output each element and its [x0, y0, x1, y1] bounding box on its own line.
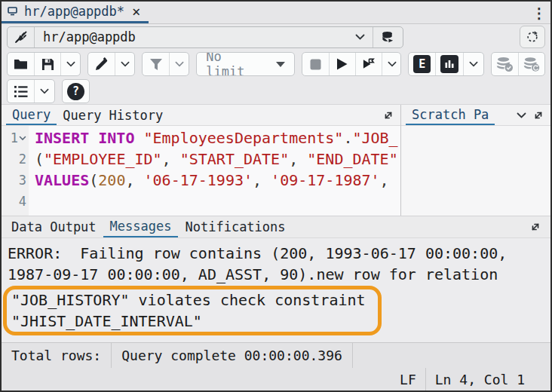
open-file-button[interactable] — [8, 53, 34, 75]
tab-query[interactable]: Query — [6, 105, 57, 125]
rollback-button[interactable] — [518, 53, 544, 75]
fold-chevron-icon[interactable] — [19, 136, 26, 141]
filter-button-group — [142, 52, 189, 76]
editor-gutter: 1234 — [2, 126, 29, 216]
message-line: ERROR: new row for relation "JOB_HISTORY… — [8, 338, 550, 342]
status-bar-bottom: LF Ln 4, Col 1 — [2, 368, 550, 390]
help-icon: ? — [67, 83, 84, 100]
reset-query-button[interactable] — [520, 26, 545, 48]
error-highlight-annotation: "JOB_HISTORY" violates check constraint"… — [3, 286, 382, 335]
explain-chevron[interactable] — [463, 53, 483, 75]
rollback-icon — [523, 57, 540, 72]
expand-icon[interactable] — [532, 109, 544, 121]
line-number[interactable]: 1 — [2, 127, 29, 149]
message-line: "JOB_HISTORY" violates check constraint — [11, 289, 366, 311]
filter-button[interactable] — [143, 53, 169, 75]
chevron-down-icon[interactable] — [347, 27, 373, 47]
chevron-down-icon — [66, 61, 75, 67]
explain-button-group: E — [408, 52, 484, 76]
help-button[interactable]: ? — [63, 80, 89, 103]
status-bar-top: Total rows: Query complete 00:00:00.396 — [2, 342, 550, 368]
output-tab-bar: Data Output Messages Notifications — [2, 216, 550, 238]
message-line: "JHIST_DATE_INTERVAL" — [11, 311, 366, 332]
line-number[interactable]: 4 — [2, 191, 29, 212]
line-number[interactable]: 2 — [2, 149, 29, 170]
tab-query-history[interactable]: Query History — [57, 105, 169, 125]
row-limit-dropdown[interactable]: No limit — [197, 53, 293, 75]
editor-code[interactable]: INSERT INTO "EmployeesDepartments"."JOB_… — [29, 126, 400, 216]
connection-plug-icon — [8, 27, 35, 47]
refresh-icon — [526, 30, 539, 44]
play-icon — [336, 57, 348, 71]
execute-chevron[interactable] — [382, 53, 401, 75]
line-number[interactable]: 3 — [2, 170, 29, 191]
macro-button[interactable] — [8, 80, 34, 103]
message-line: ERROR: Failing row contains (200, 1993-0… — [8, 243, 550, 264]
code-line[interactable]: ("EMPLOYEE_ID", "START_DATE", "END_DATE" — [35, 149, 400, 170]
save-options-chevron[interactable] — [60, 53, 81, 75]
tab-messages[interactable]: Messages — [103, 216, 179, 237]
chevron-down-icon[interactable] — [517, 112, 526, 118]
message-line: 1987-09-17 00:00:00, AD_ASST, 90).new ro… — [8, 264, 550, 285]
main-toolbar: No limit E — [2, 50, 550, 78]
eol-indicator[interactable]: LF — [391, 368, 426, 390]
save-file-button[interactable] — [34, 53, 60, 75]
save-icon — [41, 58, 54, 71]
tab-query-editor[interactable]: hr/app@appdb* × — [2, 2, 149, 23]
filter-options-chevron[interactable] — [169, 53, 189, 75]
query-tab-bar: Query Query History — [2, 105, 400, 126]
chevron-down-icon — [469, 61, 478, 67]
analyze-chart-icon — [440, 55, 458, 73]
expand-icon[interactable] — [382, 109, 394, 121]
limit-group: No limit — [196, 52, 294, 76]
total-rows-label: Total rows: — [2, 343, 112, 368]
new-connection-database-icon[interactable] — [373, 27, 403, 47]
close-icon[interactable]: × — [132, 5, 140, 19]
execute-options-button[interactable] — [355, 53, 382, 75]
kebab-menu-icon[interactable]: ⋮ — [528, 2, 550, 23]
transaction-button-group — [491, 52, 545, 76]
expand-icon[interactable] — [529, 221, 541, 233]
connection-select[interactable]: hr/app@appdb — [7, 26, 403, 48]
tab-data-output[interactable]: Data Output — [5, 216, 103, 237]
tab-title: hr/app@appdb* — [24, 4, 124, 19]
document-tab-bar: hr/app@appdb* × ⋮ — [2, 2, 550, 24]
code-line[interactable]: INSERT INTO "EmployeesDepartments"."JOB_ — [35, 127, 400, 149]
numbered-list-icon — [14, 85, 29, 98]
chevron-down-icon — [40, 88, 49, 94]
editor-pane: Query Query History 1234 INSERT INTO "Em… — [2, 105, 401, 216]
pencil-icon — [94, 57, 109, 72]
scratch-tab-bar: Scratch Pa — [401, 105, 550, 126]
explain-icon: E — [413, 55, 431, 73]
query-tool-window: hr/app@appdb* × ⋮ hr/app@appdb — [0, 0, 552, 392]
tab-notifications[interactable]: Notifications — [178, 216, 292, 237]
play-flag-icon — [362, 57, 376, 71]
messages-body[interactable]: ERROR: Failing row contains (200, 1993-0… — [2, 238, 550, 342]
stop-icon — [310, 59, 321, 70]
scratch-pad-input[interactable] — [401, 126, 550, 216]
connection-row: hr/app@appdb — [2, 24, 550, 50]
stop-button[interactable] — [302, 53, 329, 75]
execute-button[interactable] — [329, 53, 355, 75]
cursor-position[interactable]: Ln 4, Col 1 — [426, 368, 534, 390]
sql-editor[interactable]: 1234 INSERT INTO "EmployeesDepartments".… — [2, 126, 400, 216]
edit-button[interactable] — [88, 53, 115, 75]
macro-chevron[interactable] — [34, 80, 54, 103]
explain-button[interactable]: E — [409, 53, 435, 75]
tab-scratch-pad[interactable]: Scratch Pa — [406, 105, 495, 125]
commit-button[interactable] — [492, 53, 518, 75]
edit-options-chevron[interactable] — [115, 53, 135, 75]
secondary-toolbar: ? — [2, 78, 550, 104]
explain-analyze-button[interactable] — [435, 53, 462, 75]
code-line[interactable] — [35, 191, 400, 212]
commit-icon — [496, 57, 514, 72]
funnel-icon — [149, 58, 163, 71]
chevron-down-icon — [388, 61, 397, 67]
help-button-group: ? — [62, 79, 90, 103]
row-limit-value: No limit — [206, 52, 266, 76]
workspace: Query Query History 1234 INSERT INTO "Em… — [2, 104, 550, 216]
chevron-down-icon — [175, 61, 184, 67]
code-line[interactable]: VALUES(200, '06-17-1993', '09-17-1987', — [35, 170, 400, 191]
query-complete-status: Query complete 00:00:00.396 — [112, 343, 353, 368]
file-button-group — [7, 52, 81, 76]
